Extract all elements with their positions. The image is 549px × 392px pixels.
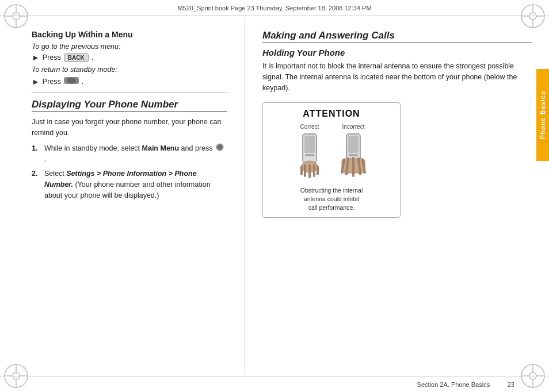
period-1: . <box>92 53 93 62</box>
left-column: Backing Up Within a Menu To go to the pr… <box>32 18 227 374</box>
svg-point-1 <box>13 13 20 20</box>
incorrect-label: Incorrect <box>342 124 365 130</box>
side-tab: Phone Basics <box>536 69 549 161</box>
step-1-text: While in standby mode, select Main Menu … <box>44 143 227 166</box>
header-bar: M520_Sprint.book Page 23 Thursday, Septe… <box>0 0 549 16</box>
press-label-1: Press <box>43 53 61 62</box>
section-divider <box>32 93 227 93</box>
press-end-line: ► Press . <box>32 76 227 87</box>
to-previous-text: To go to the previous menu: <box>32 43 227 51</box>
svg-rect-38 <box>348 136 359 153</box>
correct-figure: Correct <box>292 124 327 183</box>
backing-up-title: Backing Up Within a Menu <box>32 30 227 39</box>
press-back-line: ► Press BACK . <box>32 53 227 62</box>
steps-list: 1. While in standby mode, select Main Me… <box>32 143 227 201</box>
side-tab-label: Phone Basics <box>539 91 546 139</box>
displaying-body: Just in case you forget your phone numbe… <box>32 117 227 139</box>
bullet-arrow-2: ► <box>32 77 40 86</box>
main-content: Backing Up Within a Menu To go to the pr… <box>32 18 532 374</box>
press-label-2: Press <box>43 78 61 86</box>
attention-caption: Obstructing the internal antenna could i… <box>269 186 394 212</box>
header-text: M520_Sprint.book Page 23 Thursday, Septe… <box>177 5 371 11</box>
displaying-section: Displaying Your Phone Number Just in cas… <box>32 99 227 201</box>
main-title: Making and Answering Calls <box>262 30 532 43</box>
svg-rect-39 <box>349 154 358 156</box>
step-2: 2. Select Settings > Phone Information >… <box>32 168 227 201</box>
attention-images: Correct <box>269 124 394 183</box>
svg-point-27 <box>218 145 222 149</box>
attention-box: ATTENTION Correct <box>262 102 401 218</box>
correct-phone-image <box>292 131 327 183</box>
step-2-num: 2. <box>32 168 41 201</box>
end-button-image <box>64 76 79 87</box>
holding-body: It is important not to block the interna… <box>262 61 532 93</box>
incorrect-figure: Incorrect <box>336 124 371 183</box>
period-2: . <box>82 78 83 86</box>
right-column: Making and Answering Calls Holding Your … <box>245 18 532 374</box>
ok-button-inline <box>216 143 224 155</box>
displaying-title: Displaying Your Phone Number <box>32 99 227 112</box>
step-2-text: Select Settings > Phone Information > Ph… <box>44 168 227 201</box>
attention-title: ATTENTION <box>269 109 394 119</box>
svg-rect-29 <box>304 136 315 153</box>
bullet-arrow-1: ► <box>32 53 40 62</box>
footer-bar: Section 2A. Phone Basics 23 <box>0 376 549 392</box>
back-button-image: BACK <box>64 53 89 62</box>
corner-decoration-tl <box>2 2 30 30</box>
to-standby-text: To return to standby mode: <box>32 66 227 74</box>
footer-text: Section 2A. Phone Basics 23 <box>417 381 514 388</box>
correct-label: Correct <box>300 124 319 130</box>
backing-up-section: Backing Up Within a Menu To go to the pr… <box>32 30 227 87</box>
step-1-num: 1. <box>32 143 41 166</box>
step-1: 1. While in standby mode, select Main Me… <box>32 143 227 166</box>
incorrect-phone-image <box>336 131 371 183</box>
svg-point-25 <box>67 78 76 83</box>
svg-rect-30 <box>305 154 314 156</box>
holding-title: Holding Your Phone <box>262 48 532 57</box>
